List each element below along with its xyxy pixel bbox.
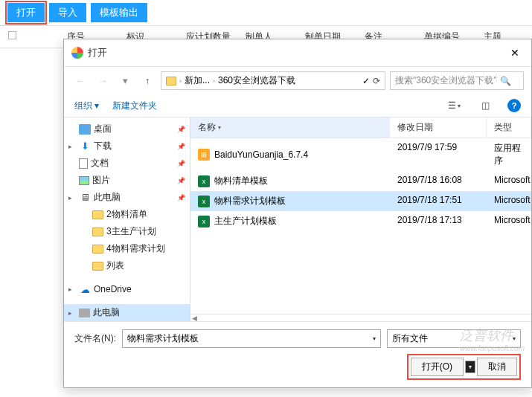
column-date[interactable]: 修改日期 [390,117,487,138]
tree-item-label: 2物料清单 [106,208,147,221]
file-name: 主生产计划模板 [214,215,277,227]
excel-icon: x [198,175,210,187]
dialog-title: 打开 [88,46,506,59]
chevron-icon: ▸ [68,285,76,293]
nav-forward-icon[interactable]: → [94,72,112,90]
file-date: 2019/7/18 17:13 [390,213,487,229]
sort-down-icon: ▾ [218,124,221,131]
nav-back-icon[interactable]: ← [71,72,89,90]
nav-up-icon[interactable]: ↑ [138,72,156,90]
folder-tree[interactable]: ▸ 桌面 📌▸ ⬇ 下载 📌▸ 文档 📌▸ 图片 📌▸ 🖥 此电脑 📌▸ 2物料… [64,117,190,321]
chevron-down-icon[interactable]: ▾ [513,335,516,342]
folder-icon [166,77,176,85]
cloud-icon: ☁ [79,284,91,294]
file-row[interactable]: x物料需求计划模板 2019/7/18 17:51 Microsoft [190,191,531,211]
file-list[interactable]: ⊞BaiduYunGuanjia_6.7.4 2019/7/9 17:59 应用… [190,138,531,314]
file-row[interactable]: x物料清单模板 2019/7/18 16:08 Microsoft [190,171,531,191]
dialog-titlebar[interactable]: 打开 ✕ [64,39,531,67]
pin-icon: 📌 [177,126,185,133]
search-placeholder: 搜索"360安全浏览器下载" [395,74,497,87]
tree-item[interactable]: ▸ ⬇ 下载 📌 [64,138,190,155]
new-folder-button[interactable]: 新建文件夹 [112,100,157,112]
tree-item[interactable]: ▸ 2物料清单 [64,206,190,223]
pc-icon: 🖥 [79,193,91,203]
folder-icon [92,210,103,219]
file-row[interactable]: ⊞BaiduYunGuanjia_6.7.4 2019/7/9 17:59 应用… [190,138,531,171]
tree-item[interactable]: ▸ 文档 📌 [64,155,190,172]
desktop-icon [79,124,91,135]
app-icon: ⊞ [198,149,210,161]
help-icon[interactable]: ? [507,99,521,112]
chevron-right-icon: › [213,77,215,85]
excel-icon: x [198,216,210,227]
select-all-checkbox[interactable] [8,31,17,40]
excel-icon: x [198,196,210,207]
pin-icon: 📌 [177,177,185,184]
file-list-header: 名称 ▾ 修改日期 类型 [190,117,531,138]
column-type[interactable]: 类型 [487,117,531,138]
column-name[interactable]: 名称 ▾ [190,117,390,138]
filetype-select[interactable]: 所有文件 ▾ [387,329,521,348]
tree-item[interactable]: ▸ 🖥 此电脑 📌 [64,189,190,206]
chevron-down-icon: ▾ [458,103,461,109]
tree-item-label: OneDrive [94,284,132,294]
chevron-icon: ▸ [68,309,76,317]
filename-label: 文件名(N): [74,332,116,345]
filename-input[interactable]: 物料需求计划模板 ▾ [122,329,381,348]
import-button[interactable]: 导入 [49,3,86,22]
pin-icon: 📌 [177,143,185,150]
tree-item[interactable]: ▸ ☁ OneDrive [64,282,190,297]
tree-item-label: 下载 [94,140,112,152]
pic-icon [79,176,89,185]
open-button[interactable]: 打开 [7,3,45,22]
open-file-button[interactable]: 打开(O) [411,358,464,376]
resize-handle[interactable]: ◀ [190,314,531,321]
tree-item-label: 桌面 [94,123,112,135]
cancel-button[interactable]: 取消 [477,358,517,376]
file-name: BaiduYunGuanjia_6.7.4 [214,149,308,160]
breadcrumb[interactable]: › 新加... › 360安全浏览器下载 ✓ ⟳ [161,71,385,90]
file-row[interactable]: x主生产计划模板 2019/7/18 17:13 Microsoft [190,211,531,231]
view-options-icon[interactable]: ☰ ▾ [445,99,463,112]
preview-pane-icon[interactable]: ◫ [476,99,494,112]
chevron-right-icon: › [179,77,182,85]
chevron-icon: ▸ [68,194,76,201]
file-type: 应用程序 [487,141,531,169]
refresh-icon[interactable]: ⟳ [373,76,380,86]
file-type: Microsoft [487,213,531,229]
tree-item[interactable]: ▸ 3主生产计划 [64,223,190,240]
tree-item[interactable]: ▸ 桌面 📌 [64,120,190,138]
file-name: 物料清单模板 [214,175,268,187]
tree-item-label: 图片 [92,174,110,187]
tree-item[interactable]: ▸ 列表 [64,257,190,274]
pin-icon: 📌 [177,160,185,167]
tree-item-label: 3主生产计划 [106,225,156,238]
folder-icon [92,262,103,271]
tree-item[interactable]: ▸ 4物料需求计划 [64,240,190,257]
open-split-dropdown[interactable]: ▾ [465,361,475,373]
app-icon [71,47,83,59]
file-type: Microsoft [487,173,531,189]
chevron-down-icon: ▾ [94,100,99,111]
close-icon[interactable]: ✕ [506,44,524,62]
folder-icon [92,245,103,254]
pcgray-icon [79,309,90,317]
breadcrumb-item[interactable]: 360安全浏览器下载 [218,74,295,87]
tree-item[interactable]: ▸ 此电脑 [64,304,190,321]
template-output-button[interactable]: 模板输出 [91,3,147,22]
breadcrumb-item[interactable]: 新加... [185,74,210,87]
file-type: Microsoft [487,193,531,209]
tree-item-label: 4物料需求计划 [106,242,165,255]
file-date: 2019/7/18 17:51 [390,193,487,209]
breadcrumb-dropdown-icon[interactable]: ✓ [362,76,370,86]
nav-recent-dropdown-icon[interactable]: ▾ [116,72,134,90]
download-icon: ⬇ [79,141,91,152]
search-input[interactable]: 搜索"360安全浏览器下载" 🔍 [390,71,524,90]
organize-button[interactable]: 组织 ▾ [74,100,99,112]
file-open-dialog: 打开 ✕ ← → ▾ ↑ › 新加... › 360安全浏览器下载 ✓ ⟳ 搜索… [63,39,532,388]
file-date: 2019/7/9 17:59 [390,141,487,169]
tree-item-label: 此电脑 [94,191,121,204]
tree-item[interactable]: ▸ 图片 📌 [64,172,190,189]
chevron-down-icon[interactable]: ▾ [373,335,376,342]
tree-item-label: 列表 [106,259,124,272]
